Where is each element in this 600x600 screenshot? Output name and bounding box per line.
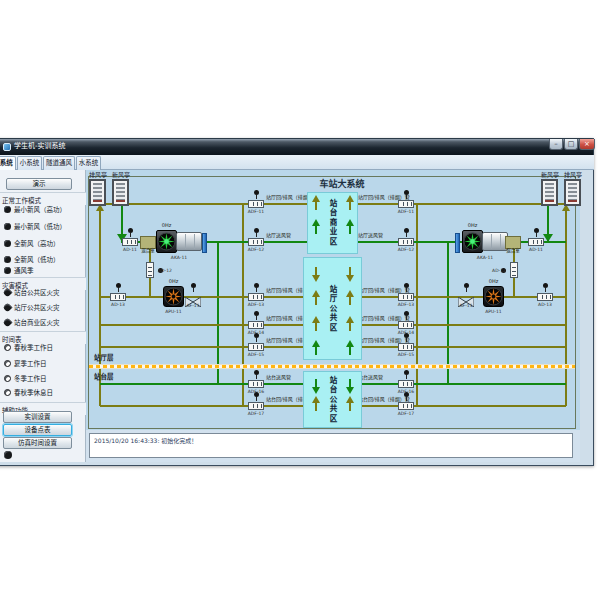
- tab-0[interactable]: 大系统: [0, 156, 16, 171]
- fan-mode-icon: [4, 267, 11, 274]
- tab-2[interactable]: 隧道通风: [43, 156, 75, 170]
- clipped-item-icon: [4, 451, 12, 459]
- clock-icon: [4, 375, 11, 382]
- sidebar-item[interactable]: 最小新风（高功）: [3, 205, 85, 215]
- sidebar-item[interactable]: 最小新风（低功）: [3, 222, 85, 232]
- sidebar-item-label: 最小新风（低功）: [14, 223, 66, 232]
- sidebar-item-label: 夏季工作日: [14, 360, 47, 369]
- sidebar-item[interactable]: 冬季工作日: [3, 374, 85, 384]
- sidebar-item[interactable]: 春秋季休息日: [3, 388, 85, 398]
- clock-icon: [4, 360, 11, 367]
- sidebar-item[interactable]: 夏季工作日: [3, 359, 85, 369]
- sidebar-item-label: 春秋季工作日: [14, 344, 53, 353]
- log-message: 2015/10/20 16:43:33: 初始化完成！: [90, 434, 572, 447]
- section-title: 正常工作模式: [0, 192, 86, 205]
- tab-3[interactable]: 水系统: [76, 156, 101, 170]
- minimize-button[interactable]: –: [549, 139, 563, 150]
- sidebar-item-label: 站台公共区火灾: [14, 289, 60, 298]
- fan-mode-icon: [4, 223, 11, 230]
- sidebar-item[interactable]: 全新风（低功）: [3, 255, 85, 265]
- tab-1[interactable]: 小系统: [17, 156, 42, 170]
- sidebar-item-label: 冬季工作日: [14, 375, 47, 384]
- fire-icon: [3, 288, 13, 298]
- schematic-title: 车站大系统: [272, 177, 412, 190]
- fan-mode-icon: [4, 256, 11, 263]
- fan-mode-icon: [4, 206, 11, 213]
- aux-button-1[interactable]: 设备点表: [3, 424, 72, 436]
- sidebar-item-label: 春秋季休息日: [14, 389, 53, 398]
- sidebar-item-label: 站厅公共区火灾: [14, 304, 60, 313]
- fire-icon: [3, 303, 13, 313]
- window-title: 学生机-实训系统: [14, 141, 66, 152]
- app-icon: [3, 143, 11, 151]
- schematic-frame: [88, 176, 576, 429]
- sidebar-item[interactable]: 站台商业区火灾: [3, 318, 85, 328]
- sidebar-item-label: 最小新风（高功）: [14, 206, 66, 215]
- clock-icon: [4, 344, 11, 351]
- maximize-button[interactable]: □: [564, 139, 578, 150]
- fan-mode-icon: [4, 240, 11, 247]
- title-bar: [0, 138, 594, 155]
- sidebar-item-label: 通风季: [14, 267, 34, 276]
- tab-bar: 大系统小系统隧道通风水系统: [0, 155, 594, 170]
- sidebar-item[interactable]: 通风季: [3, 266, 85, 276]
- close-button[interactable]: ×: [579, 139, 595, 150]
- event-log-panel: 2015/10/20 16:43:33: 初始化完成！: [89, 433, 573, 458]
- sidebar-item-label: 全新风（高功）: [14, 240, 60, 249]
- sidebar-item[interactable]: 站厅公共区火灾: [3, 303, 85, 313]
- aux-button-2[interactable]: 仿真时间设置: [3, 437, 72, 449]
- sidebar-item[interactable]: 全新风（高功）: [3, 239, 85, 249]
- sidebar-item-label: 全新风（低功）: [14, 256, 60, 265]
- aux-button-0[interactable]: 实训设置: [3, 411, 72, 423]
- fire-icon: [3, 318, 13, 328]
- demo-button[interactable]: 演示: [6, 178, 72, 190]
- desktop: 学生机-实训系统 – □ × 大系统小系统隧道通风水系统 演示正常工作模式最小新…: [0, 0, 600, 600]
- sidebar-item[interactable]: 站台公共区火灾: [3, 288, 85, 298]
- sidebar-item-label: 站台商业区火灾: [14, 319, 60, 328]
- sidebar-item[interactable]: 春秋季工作日: [3, 343, 85, 353]
- sidebar: 演示正常工作模式最小新风（高功）最小新风（低功）全新风（高功）全新风（低功）通风…: [0, 170, 86, 462]
- clock-icon: [4, 389, 11, 396]
